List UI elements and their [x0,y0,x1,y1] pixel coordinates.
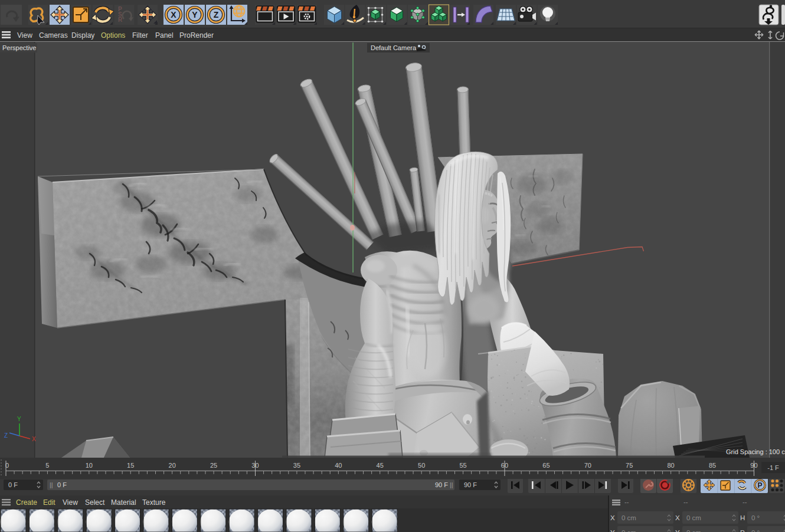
svg-text:Y: Y [17,416,21,422]
svg-text:90: 90 [750,462,757,469]
svg-text:40: 40 [335,462,342,469]
svg-text:Perspective: Perspective [2,44,36,51]
svg-text:X: X [32,436,36,442]
svg-text:45: 45 [377,462,384,469]
svg-text:--: -- [624,498,629,505]
svg-text:||: || [50,481,53,488]
svg-text:50: 50 [418,462,425,469]
svg-text:85: 85 [709,462,716,469]
svg-text:0 cm: 0 cm [622,529,636,532]
svg-text:65: 65 [542,462,550,469]
svg-text:Z: Z [214,10,219,19]
svg-text:70: 70 [584,462,591,469]
svg-text:Y: Y [675,529,680,532]
svg-text:Default Camera: Default Camera [371,44,417,51]
svg-text:0 cm: 0 cm [622,514,636,521]
svg-text:0 cm: 0 cm [686,514,701,521]
svg-text:Z: Z [4,432,8,439]
svg-text:5: 5 [45,462,49,469]
svg-text:--: -- [683,498,688,505]
svg-text:0 cm: 0 cm [686,529,701,532]
svg-text:||: || [450,481,453,488]
svg-text:-1 F: -1 F [767,464,779,471]
svg-text:30: 30 [251,462,259,469]
svg-text:80: 80 [668,462,675,469]
svg-text:Y: Y [610,529,615,532]
svg-text:35: 35 [293,462,300,469]
svg-text:P: P [740,529,745,532]
svg-text:Y: Y [192,10,198,19]
svg-text:0: 0 [5,462,9,469]
svg-text:75: 75 [626,462,633,469]
svg-text:90 F: 90 F [464,481,477,488]
svg-text:25: 25 [210,462,217,469]
svg-text:H: H [740,514,745,521]
svg-text:--: -- [743,498,747,505]
svg-text:0 °: 0 ° [751,514,760,521]
svg-text:X: X [610,514,615,521]
svg-text:0 F: 0 F [57,481,67,488]
svg-text:R: R [118,17,123,23]
svg-text:15: 15 [127,462,134,469]
svg-text:10: 10 [86,462,93,469]
svg-text:P: P [757,481,762,490]
svg-text:X: X [171,10,176,19]
svg-text:90 F: 90 F [435,481,448,488]
svg-text:0 °: 0 ° [751,529,760,532]
svg-text:55: 55 [459,462,466,469]
svg-text:0 F: 0 F [8,481,18,488]
svg-text:X: X [675,514,680,521]
svg-text:Grid Spacing : 100 cm: Grid Spacing : 100 cm [726,448,785,455]
svg-text:60: 60 [501,462,508,469]
svg-text:20: 20 [169,462,176,469]
